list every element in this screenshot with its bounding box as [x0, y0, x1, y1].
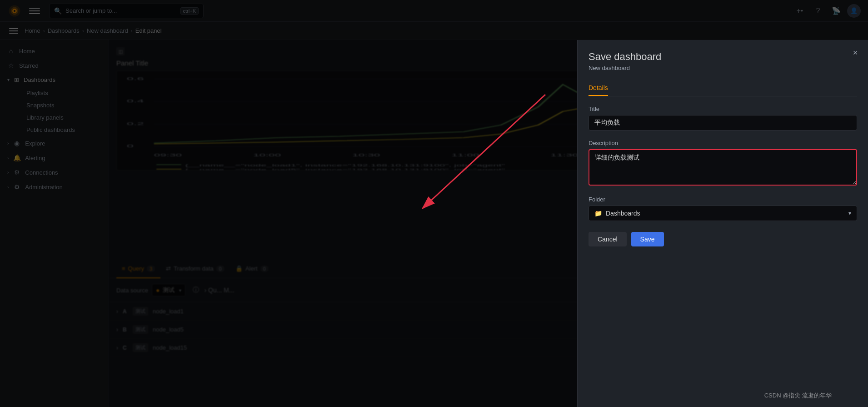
save-dashboard-modal: × Save dashboard New dashboard Details T… — [577, 40, 868, 407]
watermark: CSDN @指尖 流逝的年华 — [764, 392, 832, 400]
modal-tabs: Details — [589, 80, 857, 96]
modal-title: Save dashboard — [589, 51, 857, 63]
folder-label: Folder — [589, 196, 857, 203]
title-input[interactable] — [589, 115, 857, 131]
folder-value: Dashboards — [606, 210, 640, 217]
modal-close-button[interactable]: × — [850, 47, 861, 58]
title-field-group: Title — [589, 106, 857, 131]
folder-icon: 📁 — [594, 210, 602, 217]
modal-tab-details[interactable]: Details — [589, 80, 608, 96]
folder-select[interactable]: 📁 Dashboards ▾ — [589, 206, 857, 221]
description-textarea[interactable]: 详细的负载测试 — [589, 149, 857, 186]
save-button[interactable]: Save — [631, 232, 664, 246]
folder-field-group: Folder 📁 Dashboards ▾ — [589, 196, 857, 221]
modal-buttons: Cancel Save — [589, 232, 857, 246]
folder-chevron-icon: ▾ — [848, 210, 851, 216]
description-field-group: Description 详细的负载测试 — [589, 140, 857, 187]
cancel-button[interactable]: Cancel — [589, 232, 627, 246]
description-label: Description — [589, 140, 857, 146]
title-label: Title — [589, 106, 857, 112]
modal-subtitle: New dashboard — [589, 65, 857, 71]
